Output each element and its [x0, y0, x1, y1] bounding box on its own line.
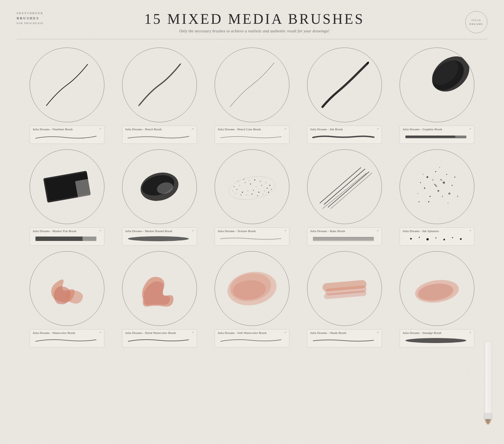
- circle-rake: [307, 149, 382, 224]
- svg-point-90: [405, 338, 466, 343]
- circle-marker-round: [122, 149, 197, 224]
- brush-item-rake: Julia Dreams - Rake Brush ↗: [300, 149, 389, 246]
- label-smudge: Julia Dreams - Smudge Brush ↗: [400, 329, 474, 347]
- subtitle: Only the necessary brushes to achieve a …: [43, 29, 465, 33]
- brand-line1: SKETCHBOOK: [17, 11, 43, 15]
- label-watercolor: Julia Dreams - Watercolor Brush ↗: [30, 329, 104, 347]
- brand-left: SKETCHBOOK BRUSHES FOR PROCREATE: [17, 11, 43, 25]
- svg-point-15: [236, 189, 237, 190]
- svg-rect-93: [486, 343, 487, 412]
- label-pencil: Julia Dreams - Pencil Brush ↗: [122, 126, 197, 144]
- svg-line-47: [323, 173, 367, 209]
- svg-point-35: [243, 179, 244, 180]
- title-center: 15 MIXED MEDIA BRUSHES Only the necessar…: [43, 11, 465, 33]
- svg-point-28: [241, 194, 241, 195]
- svg-line-46: [320, 168, 361, 203]
- label-marker-round: Julia Dreams - Marker Round Brush ↗: [122, 227, 197, 246]
- svg-point-16: [239, 185, 240, 186]
- brush-item-smudge: Julia Dreams - Smudge Brush ↗: [392, 251, 482, 347]
- brush-item-ink-splatters: Julia Dreams - Ink Splatters ↗: [392, 149, 482, 246]
- brand-logo: JULIA DREAMS: [465, 11, 487, 33]
- svg-point-59: [430, 196, 431, 197]
- label-soft-watercolor: Julia Dreams - Soft Watercolor Brush ↗: [215, 329, 289, 347]
- svg-point-37: [254, 179, 255, 180]
- label-ink: Julia Dreams - Ink Brush ↗: [307, 126, 382, 144]
- svg-point-81: [460, 238, 462, 240]
- circle-pencil-line: [215, 48, 289, 122]
- svg-point-22: [256, 186, 256, 187]
- svg-point-53: [426, 176, 428, 178]
- label-rake: Julia Dreams - Rake Brush ↗: [307, 227, 382, 246]
- svg-point-25: [264, 191, 265, 191]
- svg-point-42: [233, 191, 233, 191]
- circle-graphite: [400, 48, 474, 122]
- brush-item-dried-watercolor: Julia Dreams - Dried Watercolor Brush ↗: [115, 251, 204, 347]
- svg-point-77: [426, 238, 429, 240]
- svg-point-19: [248, 191, 248, 191]
- circle-watercolor: [30, 251, 104, 326]
- svg-point-54: [435, 171, 436, 172]
- svg-point-57: [446, 174, 447, 175]
- svg-point-40: [234, 186, 235, 187]
- svg-point-67: [418, 193, 418, 194]
- svg-point-60: [448, 193, 450, 195]
- svg-point-27: [235, 193, 236, 194]
- svg-point-69: [439, 167, 440, 168]
- label-shade: Julia Dreams - Shade Brush ↗: [307, 329, 382, 347]
- svg-point-65: [423, 174, 423, 175]
- svg-point-36: [249, 180, 250, 181]
- brushes-grid: Julia Dreams - Fineliner Brush ↗: [17, 48, 487, 347]
- svg-point-31: [257, 195, 258, 196]
- brand-line3: FOR PROCREATE: [17, 21, 43, 25]
- brush-item-pencil: Julia Dreams - Pencil Brush ↗: [115, 48, 204, 144]
- svg-point-62: [452, 185, 453, 186]
- brush-item-watercolor: Julia Dreams - Watercolor Brush ↗: [22, 251, 112, 347]
- svg-point-73: [434, 183, 438, 187]
- svg-point-43: [271, 189, 272, 190]
- svg-point-76: [419, 237, 420, 238]
- svg-rect-4: [405, 136, 455, 138]
- svg-rect-91: [485, 342, 492, 419]
- svg-point-39: [266, 182, 266, 183]
- svg-point-20: [250, 183, 251, 185]
- label-pencil-line: Julia Dreams - Pencil Line Brush ↗: [215, 126, 289, 144]
- brush-item-graphite: Julia Dreams - Graphite Brush ↗: [392, 48, 482, 144]
- svg-point-26: [267, 188, 268, 189]
- label-ink-splatters: Julia Dreams - Ink Splatters ↗: [400, 227, 474, 246]
- brush-item-marker-round: Julia Dreams - Marker Round Brush ↗: [115, 149, 204, 246]
- pencil-stylus: [480, 342, 496, 430]
- svg-point-72: [419, 201, 420, 202]
- svg-point-41: [269, 185, 271, 186]
- svg-point-71: [448, 203, 448, 204]
- brush-item-soft-watercolor: Julia Dreams - Soft Watercolor Brush ↗: [207, 251, 297, 347]
- svg-point-75: [410, 238, 412, 240]
- svg-point-58: [438, 190, 439, 192]
- svg-point-74: [440, 179, 443, 181]
- svg-point-34: [238, 181, 238, 181]
- circle-marker-flat: [30, 149, 104, 224]
- brush-item-ink: Julia Dreams - Ink Brush ↗: [300, 48, 389, 144]
- label-fineliner: Julia Dreams - Fineliner Brush ↗: [30, 126, 104, 144]
- brush-item-fineliner: Julia Dreams - Fineliner Brush ↗: [22, 48, 112, 144]
- brush-item-shade: Julia Dreams - Shade Brush ↗: [300, 251, 389, 347]
- svg-point-55: [443, 181, 445, 184]
- svg-line-45: [328, 172, 369, 207]
- main-title: 15 MIXED MEDIA BRUSHES: [43, 11, 465, 27]
- svg-point-68: [457, 196, 458, 197]
- svg-point-79: [443, 239, 445, 240]
- circle-ink: [307, 48, 382, 122]
- brush-item-texture: Julia Dreams - Texture Brush ↗: [207, 149, 297, 246]
- svg-point-80: [452, 237, 453, 238]
- header: SKETCHBOOK BRUSHES FOR PROCREATE 15 MIXE…: [17, 11, 487, 39]
- svg-point-18: [245, 182, 246, 183]
- svg-point-14: [227, 173, 277, 203]
- circle-texture: [215, 149, 289, 224]
- svg-point-33: [268, 192, 269, 193]
- svg-point-21: [253, 190, 254, 191]
- svg-point-64: [432, 179, 433, 180]
- brush-item-marker-flat: Julia Dreams - Marker Flat Brush ↗: [22, 149, 112, 246]
- svg-point-32: [263, 194, 263, 195]
- svg-point-56: [424, 188, 425, 189]
- svg-point-13: [128, 236, 189, 241]
- svg-point-23: [258, 192, 259, 193]
